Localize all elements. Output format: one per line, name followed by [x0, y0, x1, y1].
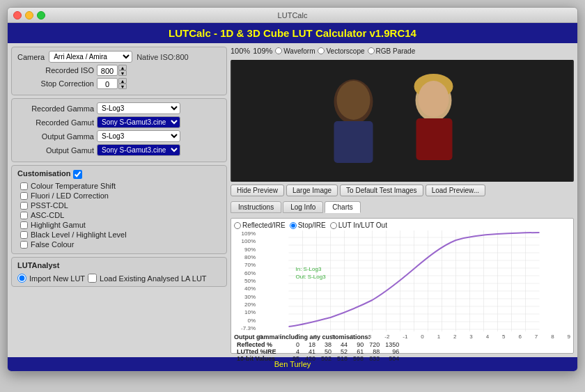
- chart-data-table: Reflected % 0 18 38 44 90 720 1350 LUTte…: [234, 341, 402, 362]
- recorded-gamma-select[interactable]: S-Log3: [97, 102, 180, 114]
- rgb-parade-radio-group: RGB Parade: [368, 47, 416, 55]
- window-title: LUTCalc: [278, 11, 308, 19]
- y-label-1: 100%: [234, 238, 256, 244]
- hide-preview-button[interactable]: Hide Preview: [231, 185, 284, 196]
- stop-correction-label: Stop Correction: [17, 79, 94, 88]
- r2-c3: 52: [334, 348, 350, 355]
- r2-c2: 50: [318, 348, 334, 355]
- load-preview-button[interactable]: Load Preview...: [426, 185, 485, 196]
- content-area: Camera Arri Alexa / Amira Native ISO:800…: [8, 43, 577, 357]
- output-gamut-row: Output Gamut Sony S-Gamut3.cine: [17, 144, 221, 156]
- output-gamma-select[interactable]: S-Log3: [97, 130, 180, 142]
- r2-c4: 61: [350, 348, 366, 355]
- x-label--3: -3: [366, 334, 371, 340]
- chart-svg: In: S-Log3 Out: S-Log3: [258, 230, 570, 331]
- stop-correction-down[interactable]: ▼: [118, 84, 127, 89]
- stop-correction-up[interactable]: ▲: [118, 78, 127, 84]
- output-gamma-row: Output Gamma S-Log3: [17, 130, 221, 142]
- rgb-parade-label: RGB Parade: [376, 47, 416, 55]
- psst-cdl-checkbox[interactable]: [20, 202, 28, 210]
- large-image-button[interactable]: Large Image: [286, 185, 338, 196]
- r3-c2: 502: [318, 355, 334, 362]
- svg-text:Out: S-Log3: Out: S-Log3: [296, 274, 327, 280]
- x-label--7: -7: [294, 334, 299, 340]
- tab-instructions[interactable]: Instructions: [231, 201, 281, 213]
- y-label-5: 60%: [234, 270, 256, 276]
- preview-image: [231, 60, 574, 182]
- camera-row: Camera Arri Alexa / Amira Native ISO:800: [17, 51, 221, 63]
- close-button[interactable]: [13, 11, 22, 19]
- black-level-checkbox[interactable]: [20, 231, 28, 239]
- tabs-bar: Instructions Log Info Charts: [231, 201, 574, 213]
- recorded-iso-value: 800: [97, 65, 118, 76]
- output-gamut-select[interactable]: Sony S-Gamut3.cine: [97, 144, 180, 156]
- reflected-radio[interactable]: [234, 222, 241, 229]
- x-label--6: -6: [312, 334, 317, 340]
- table-row-lutted: LUTted %IRE 4 41 50 52 61 88 96: [234, 348, 402, 355]
- x-label--4: -4: [348, 334, 353, 340]
- y-label-9: 20%: [234, 301, 256, 308]
- r2-c6: 96: [382, 348, 402, 355]
- recorded-iso-stepper-btns: ▲ ▼: [118, 65, 127, 76]
- false-colour-checkbox[interactable]: [20, 241, 28, 249]
- rgb-parade-radio[interactable]: [368, 47, 375, 54]
- app-title: LUTCalc - 1D & 3D Cube LUT Calculator v1…: [169, 27, 416, 39]
- colour-temp-checkbox[interactable]: [20, 182, 28, 190]
- y-label-11: 0%: [234, 317, 256, 324]
- vectorscope-radio[interactable]: [318, 47, 325, 54]
- r1-c5: 720: [366, 341, 382, 348]
- preview-pct2: 109%: [253, 47, 272, 55]
- chart-plot-area: In: S-Log3 Out: S-Log3 -9 -8 -7 -6 -5 -4…: [258, 230, 570, 331]
- r2-c0: 4: [290, 348, 302, 355]
- highlight-gamut-label: Highlight Gamut: [31, 221, 86, 229]
- false-colour-label: False Colour: [31, 240, 74, 249]
- recorded-gamut-select[interactable]: Sony S-Gamut3.cine: [97, 116, 180, 128]
- recorded-iso-down[interactable]: ▼: [118, 70, 127, 76]
- minimize-button[interactable]: [25, 11, 33, 19]
- to-default-button[interactable]: To Default Test Images: [340, 185, 423, 196]
- stop-radio[interactable]: [290, 222, 297, 229]
- r1-c0: 0: [290, 341, 302, 348]
- waveform-radio[interactable]: [275, 47, 282, 54]
- load-existing-checkbox[interactable]: [88, 274, 97, 283]
- x-axis: -9 -8 -7 -6 -5 -4 -3 -2 -1 0 1 2: [258, 334, 570, 340]
- asc-cdl-checkbox[interactable]: [20, 212, 28, 219]
- r2-c1: 41: [302, 348, 318, 355]
- camera-select[interactable]: Arri Alexa / Amira: [49, 51, 132, 63]
- lut-analyst-section: LUTAnalyst Import New LUT Load Existing …: [11, 257, 227, 287]
- tab-log-info[interactable]: Log Info: [283, 201, 323, 213]
- r1-c4: 90: [350, 341, 366, 348]
- import-new-lut-radio[interactable]: [17, 274, 26, 283]
- x-label-9: 9: [568, 334, 570, 340]
- svg-point-7: [337, 81, 370, 120]
- chart-radio-row: Reflected/IRE Stop/IRE LUT In/LUT Out: [234, 221, 570, 229]
- maximize-button[interactable]: [37, 11, 45, 19]
- chart-container: 109% 100% 90% 80% 70% 60% 50% 40% 30% 20…: [234, 230, 570, 331]
- lut-in-out-radio[interactable]: [330, 222, 337, 229]
- stop-correction-stepper-btns: ▲ ▼: [118, 78, 127, 89]
- reflected-radio-group: Reflected/IRE: [234, 221, 286, 229]
- r3-c1: 420: [302, 355, 318, 362]
- highlight-gamut-checkbox[interactable]: [20, 221, 28, 229]
- colour-temp-row: Colour Temperature Shift: [17, 182, 221, 190]
- x-label--5: -5: [330, 334, 335, 340]
- fluori-label: Fluori / LED Correction: [31, 191, 109, 200]
- row1-label: Reflected %: [234, 341, 290, 348]
- svg-rect-3: [334, 121, 373, 163]
- lut-in-out-label: LUT In/LUT Out: [338, 221, 387, 229]
- x-label--1: -1: [403, 334, 407, 340]
- customisation-checkbox[interactable]: [73, 170, 82, 179]
- x-label-8: 8: [551, 334, 554, 340]
- stop-label: Stop/IRE: [298, 221, 326, 229]
- stop-correction-value: 0: [97, 78, 118, 89]
- output-gamut-label: Output Gamut: [17, 146, 94, 155]
- tab-charts[interactable]: Charts: [325, 201, 360, 213]
- recorded-iso-up[interactable]: ▲: [118, 65, 127, 70]
- native-iso-label: Native ISO:800: [136, 53, 189, 61]
- x-label--2: -2: [384, 334, 389, 340]
- y-label-3: 80%: [234, 254, 256, 260]
- right-panel: 100% 109% Waveform Vectorscope RGB Parad…: [231, 47, 574, 354]
- lut-in-out-radio-group: LUT In/LUT Out: [330, 221, 387, 229]
- svg-rect-1: [232, 60, 573, 182]
- fluori-checkbox[interactable]: [20, 192, 28, 200]
